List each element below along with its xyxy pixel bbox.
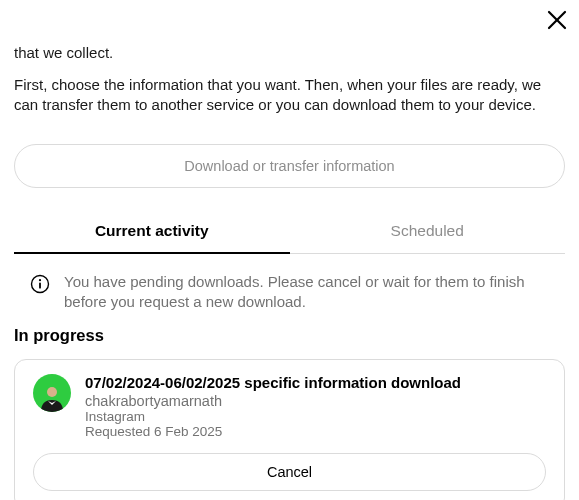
truncated-text: that we collect.	[14, 42, 565, 63]
download-card: 07/02/2024-06/02/2025 specific informati…	[14, 359, 565, 500]
download-service: Instagram	[85, 409, 461, 424]
svg-rect-4	[39, 282, 41, 288]
svg-point-5	[47, 387, 57, 397]
avatar	[33, 374, 71, 412]
close-icon	[547, 10, 567, 30]
download-transfer-button[interactable]: Download or transfer information	[14, 144, 565, 188]
notice-text: You have pending downloads. Please cance…	[64, 272, 563, 313]
main-content: that we collect. First, choose the infor…	[0, 42, 579, 500]
cancel-button[interactable]: Cancel	[33, 453, 546, 491]
download-title: 07/02/2024-06/02/2025 specific informati…	[85, 374, 461, 391]
intro-text: First, choose the information that you w…	[14, 75, 565, 116]
download-username: chakrabortyamarnath	[85, 393, 461, 409]
section-title: In progress	[14, 326, 565, 345]
download-requested: Requested 6 Feb 2025	[85, 424, 461, 439]
svg-point-3	[39, 279, 41, 281]
card-info: 07/02/2024-06/02/2025 specific informati…	[85, 374, 461, 439]
card-header: 07/02/2024-06/02/2025 specific informati…	[33, 374, 546, 439]
tab-current-activity[interactable]: Current activity	[14, 210, 290, 254]
tabs: Current activity Scheduled	[14, 210, 565, 254]
info-icon	[30, 274, 50, 298]
pending-notice: You have pending downloads. Please cance…	[14, 272, 565, 313]
tab-scheduled[interactable]: Scheduled	[290, 210, 566, 253]
close-button[interactable]	[545, 8, 569, 32]
